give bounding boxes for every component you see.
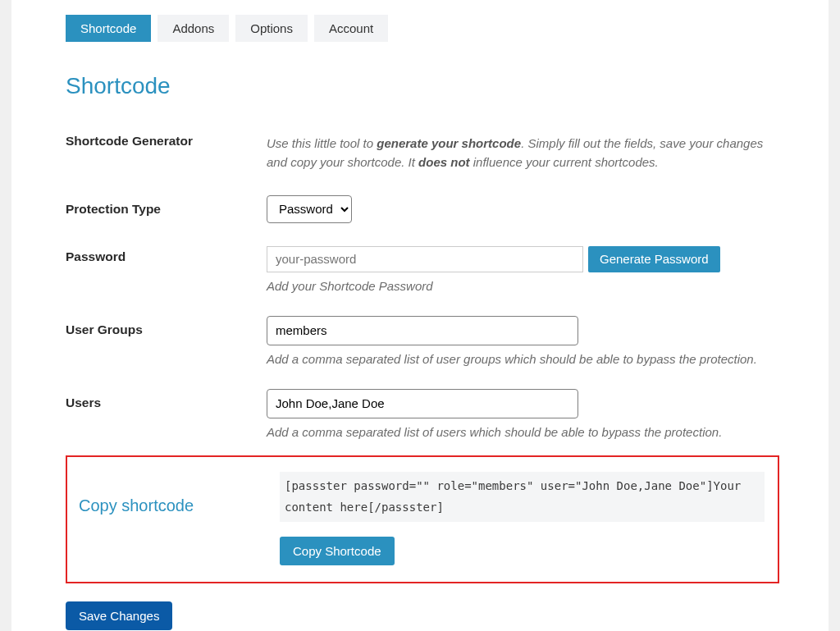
user-groups-label: User Groups [66,304,267,377]
generate-password-button[interactable]: Generate Password [588,246,720,272]
tabs: Shortcode Addons Options Account [66,15,779,42]
protection-type-label: Protection Type [66,184,267,235]
password-desc: Add your Shortcode Password [267,279,779,293]
users-label: Users [66,377,267,450]
user-groups-desc: Add a comma separated list of user group… [267,352,779,366]
password-input[interactable] [267,246,583,272]
tab-options[interactable]: Options [235,15,308,42]
page-title: Shortcode [66,73,779,99]
protection-type-select[interactable]: Password [267,195,352,223]
tab-shortcode[interactable]: Shortcode [66,15,151,42]
save-changes-button[interactable]: Save Changes [66,601,172,630]
users-desc: Add a comma separated list of users whic… [267,425,779,439]
users-input[interactable] [267,389,578,418]
tab-addons[interactable]: Addons [158,15,229,42]
generator-intro: Use this little tool to generate your sh… [267,136,763,169]
generator-label: Shortcode Generator [66,122,267,184]
copy-shortcode-section: Copy shortcode [passster password="" rol… [66,455,779,583]
copy-shortcode-label: Copy shortcode [79,472,280,565]
password-label: Password [66,235,267,304]
user-groups-input[interactable] [267,316,578,345]
tab-account[interactable]: Account [314,15,388,42]
copy-shortcode-button[interactable]: Copy Shortcode [280,537,395,565]
shortcode-output: [passster password="" role="members" use… [280,472,765,522]
